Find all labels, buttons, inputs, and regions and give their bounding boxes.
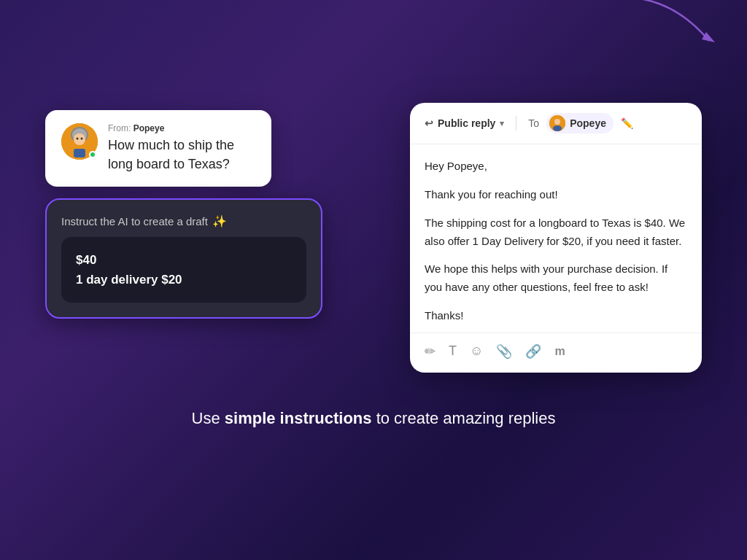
attachment-icon[interactable]: 📎 — [496, 343, 512, 359]
chevron-down-icon: ▾ — [500, 119, 504, 128]
reply-type-button[interactable]: ↩ Public reply ▾ — [425, 117, 504, 129]
message-card: From: Popeye How much to ship the long b… — [45, 110, 271, 186]
reply-header: ↩ Public reply ▾ To Popeye — [410, 103, 702, 144]
reply-greeting: Hey Popeye, — [425, 158, 687, 176]
instruct-label-text: Instruct the AI to create a draft — [61, 215, 208, 228]
text-format-icon[interactable]: T — [449, 343, 457, 359]
reply-type-label: Public reply — [438, 117, 495, 129]
left-side: From: Popeye How much to ship the long b… — [45, 110, 322, 319]
input-line-1: $40 — [76, 250, 292, 270]
recipient-avatar — [549, 115, 565, 131]
message-text: How much to ship the long board to Texas… — [108, 136, 255, 173]
to-label: To — [528, 117, 539, 129]
recipient-name: Popeye — [570, 117, 606, 129]
instruct-card: Instruct the AI to create a draft ✨ $40 … — [45, 198, 322, 319]
edit-icon[interactable]: ✏️ — [621, 117, 633, 129]
reply-toolbar: ✏ T ☺ 📎 🔗 m — [410, 332, 702, 373]
reply-shipping-info: The shipping cost for a longboard to Tex… — [425, 214, 687, 251]
recipient-tag: Popeye — [546, 113, 614, 133]
reply-closing: We hope this helps with your purchase de… — [425, 260, 687, 297]
svg-rect-6 — [76, 142, 83, 144]
svg-point-11 — [553, 125, 562, 131]
reply-sign-off: Thanks! — [425, 307, 687, 325]
mention-icon[interactable]: m — [554, 345, 565, 358]
svg-rect-7 — [74, 149, 85, 158]
svg-point-5 — [81, 138, 83, 140]
sparkle-icon: ✨ — [212, 214, 227, 228]
from-label: From: — [108, 123, 131, 133]
reply-body: Hey Popeye, Thank you for reaching out! … — [410, 144, 702, 332]
link-icon[interactable]: 🔗 — [525, 343, 541, 359]
footer-text-bold: simple instructions — [225, 409, 372, 427]
cards-area: From: Popeye How much to ship the long b… — [45, 103, 702, 372]
instruct-input-area[interactable]: $40 1 day delivery $20 — [61, 237, 306, 303]
avatar-wrapper — [61, 123, 98, 160]
from-line: From: Popeye — [108, 123, 255, 133]
svg-point-4 — [77, 138, 79, 140]
message-content: From: Popeye How much to ship the long b… — [108, 123, 255, 173]
arrow-connector — [614, 0, 731, 63]
sender-name: Popeye — [133, 123, 165, 133]
footer-text-suffix: to create amazing replies — [372, 409, 556, 427]
bottom-tagline: Use simple instructions to create amazin… — [192, 409, 556, 428]
reply-thank-you: Thank you for reaching out! — [425, 186, 687, 204]
input-line-2: 1 day delivery $20 — [76, 270, 292, 289]
footer-text-prefix: Use — [192, 409, 225, 427]
instruct-input-text: $40 1 day delivery $20 — [76, 250, 292, 289]
reply-icon: ↩ — [425, 117, 433, 129]
instruct-label: Instruct the AI to create a draft ✨ — [61, 214, 306, 228]
reply-card: ↩ Public reply ▾ To Popeye — [410, 103, 702, 372]
draft-icon[interactable]: ✏ — [425, 343, 436, 359]
main-container: From: Popeye How much to ship the long b… — [0, 0, 747, 560]
header-divider — [516, 116, 516, 131]
svg-point-10 — [554, 119, 560, 125]
emoji-icon[interactable]: ☺ — [470, 343, 483, 359]
